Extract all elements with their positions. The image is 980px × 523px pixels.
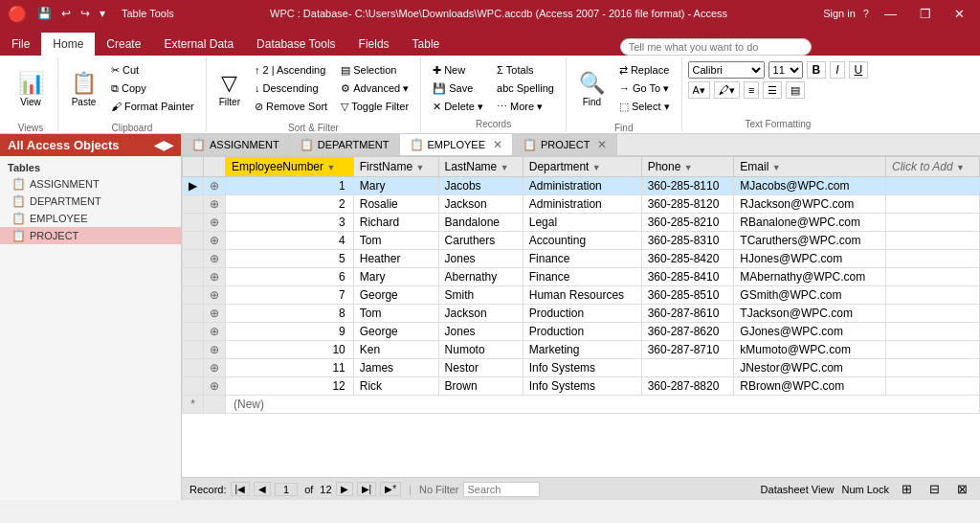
selection-button[interactable]: ▤ Selection [335,61,414,79]
align-center-button[interactable]: ☰ [763,81,782,99]
replace-button[interactable]: ⇄ Replace [613,61,676,79]
sidebar-item-project[interactable]: 📋 PROJECT [0,227,181,244]
quick-undo-btn[interactable]: ↩ [58,5,74,22]
quick-save-btn[interactable]: 💾 [34,5,55,22]
sidebar-item-employee[interactable]: 📋 EMPLOYEE [0,210,181,227]
descending-button[interactable]: ↓ Descending [249,80,333,97]
new-button[interactable]: ✚ New [427,61,489,79]
toggle-filter-button[interactable]: ▽ Toggle Filter [335,98,414,115]
nav-first[interactable]: |◀ [231,482,251,496]
row-expand[interactable]: ⊕ [204,305,226,323]
select-button[interactable]: ⬚ Select ▾ [613,98,676,115]
tab-employee-close[interactable]: ✕ [493,138,502,151]
highlight-color-button[interactable]: 🖍▾ [714,81,740,99]
save-button[interactable]: 💾 Save [427,80,489,97]
signin-label[interactable]: Sign in [823,8,856,19]
font-selector[interactable]: Calibri [688,61,765,79]
row-expand[interactable]: ⊕ [204,250,226,268]
row-expand[interactable]: ⊕ [204,195,226,214]
nav-prev[interactable]: ◀ [254,482,271,496]
remove-sort-button[interactable]: ⊘ Remove Sort [249,98,333,115]
tab-table[interactable]: Table [401,33,452,56]
paste-button[interactable]: 📋 Paste [64,61,103,119]
align-left-button[interactable]: ≡ [744,81,759,99]
tab-project[interactable]: 📋 PROJECT ✕ [513,134,617,155]
table-row[interactable]: ⊕ 6 Mary Abernathy Finance 360-285-8410 … [183,268,980,286]
font-color-button[interactable]: A▾ [688,81,710,99]
row-expand[interactable]: ⊕ [204,341,226,359]
header-lastname[interactable]: LastName ▼ [438,157,523,177]
find-button[interactable]: 🔍 Find [572,61,612,119]
table-row[interactable]: ⊕ 11 James Nestor Info Systems JNestor@W… [183,359,980,377]
minimize-btn[interactable]: — [877,5,904,23]
table-row[interactable]: ▶ ⊕ 1 Mary Jacobs Administration 360-285… [183,177,980,195]
row-expand[interactable]: ⊕ [204,232,226,250]
row-expand[interactable]: ⊕ [204,268,226,286]
row-expand[interactable]: ⊕ [204,214,226,232]
search-input[interactable] [463,482,540,497]
header-email[interactable]: Email ▼ [734,157,886,177]
tell-me-input[interactable] [620,38,812,56]
row-expand[interactable]: ⊕ [204,177,226,195]
filter-button[interactable]: ▽ Filter [212,61,247,119]
format-painter-button[interactable]: 🖌 Format Painter [105,98,200,115]
tab-file[interactable]: File [0,33,41,56]
delete-button[interactable]: ✕ Delete ▾ [427,98,489,115]
table-row[interactable]: ⊕ 12 Rick Brown Info Systems 360-287-882… [183,377,980,396]
ascending-button[interactable]: ↑ 2 | Ascending [249,61,333,79]
header-phone[interactable]: Phone ▼ [641,157,734,177]
tab-create[interactable]: Create [95,33,152,56]
italic-button[interactable]: I [830,61,844,79]
datasheet-view-btn[interactable]: ⊞ [897,479,917,499]
nav-next[interactable]: ▶ [336,482,353,496]
row-expand[interactable]: ⊕ [204,377,226,396]
underline-button[interactable]: U [849,61,869,79]
sidebar-item-assignment[interactable]: 📋 ASSIGNMENT [0,175,181,193]
copy-button[interactable]: ⧉ Copy [105,80,200,97]
more-button[interactable]: ⋯ More ▾ [491,98,560,115]
layout-view-btn[interactable]: ⊠ [952,479,972,499]
pivot-view-btn[interactable]: ⊟ [924,479,945,499]
row-expand[interactable]: ⊕ [204,286,226,305]
table-row[interactable]: ⊕ 9 George Jones Production 360-287-8620… [183,323,980,341]
table-row[interactable]: ⊕ 8 Tom Jackson Production 360-287-8610 … [183,305,980,323]
table-row[interactable]: ⊕ 5 Heather Jones Finance 360-285-8420 H… [183,250,980,268]
row-expand[interactable]: ⊕ [204,359,226,377]
totals-button[interactable]: Σ Totals [491,61,560,79]
table-row[interactable]: ⊕ 2 Rosalie Jackson Administration 360-2… [183,195,980,214]
bold-button[interactable]: B [807,61,827,79]
header-department[interactable]: Department ▼ [523,157,641,177]
new-record-row[interactable]: * (New) [183,396,980,414]
tab-assignment[interactable]: 📋 ASSIGNMENT [182,134,290,155]
table-row[interactable]: ⊕ 4 Tom Caruthers Accounting 360-285-831… [183,232,980,250]
table-row[interactable]: ⊕ 7 George Smith Human Resources 360-285… [183,286,980,305]
header-firstname[interactable]: FirstName ▼ [353,157,438,177]
tab-database-tools[interactable]: Database Tools [245,33,347,56]
header-employee-number[interactable]: EmployeeNumber ▼ [226,157,354,177]
tab-project-close[interactable]: ✕ [597,138,607,151]
table-row[interactable]: ⊕ 3 Richard Bandalone Legal 360-285-8210… [183,214,980,232]
view-button[interactable]: 📊 View [10,61,52,119]
align-right-button[interactable]: ▤ [786,81,805,99]
tab-home[interactable]: Home [41,33,95,56]
quick-more-btn[interactable]: ▾ [97,5,108,22]
goto-button[interactable]: → Go To ▾ [613,80,676,97]
tab-external-data[interactable]: External Data [152,33,245,56]
sidebar-arrows[interactable]: ◀▶ [154,138,173,152]
nav-last[interactable]: ▶| [357,482,377,496]
font-size-selector[interactable]: 11 [768,61,803,79]
tab-fields[interactable]: Fields [347,33,401,56]
sidebar-item-department[interactable]: 📋 DEPARTMENT [0,193,181,210]
tab-department[interactable]: 📋 DEPARTMENT [290,134,400,155]
nav-new[interactable]: ▶* [380,482,401,496]
tab-employee[interactable]: 📋 EMPLOYEE ✕ [400,134,514,155]
quick-redo-btn[interactable]: ↪ [78,5,93,22]
spelling-button[interactable]: abc Spelling [491,80,560,97]
close-btn[interactable]: ✕ [947,5,972,23]
header-click-to-add[interactable]: Click to Add ▼ [885,157,979,177]
row-expand[interactable]: ⊕ [204,323,226,341]
table-row[interactable]: ⊕ 10 Ken Numoto Marketing 360-287-8710 k… [183,341,980,359]
advanced-button[interactable]: ⚙ Advanced ▾ [335,80,414,97]
help-btn[interactable]: ? [863,8,869,19]
restore-btn[interactable]: ❐ [912,5,939,23]
